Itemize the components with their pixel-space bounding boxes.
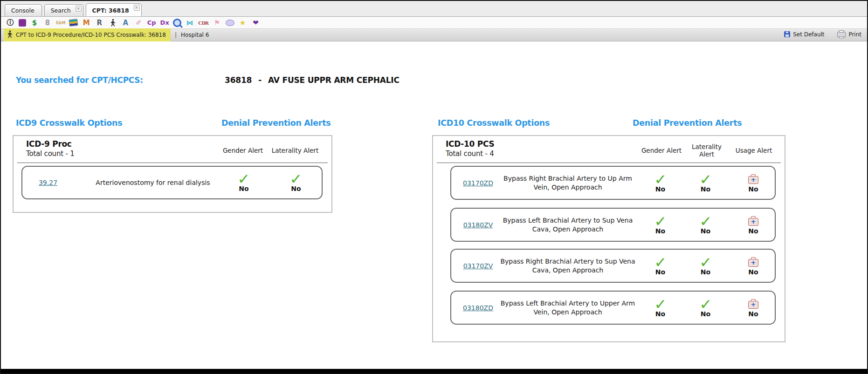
gender-alert-cell: ✓ No: [636, 250, 685, 282]
bottom-border-bar: [1, 369, 867, 373]
tab-console[interactable]: Console: [5, 4, 42, 16]
puzzle-icon[interactable]: [19, 19, 26, 27]
gender-alert-cell: ✓ No: [636, 209, 685, 241]
tab-label: CPT: 36818: [92, 7, 129, 14]
tab-label: Search: [51, 7, 71, 14]
icd10-code-link[interactable]: 03170ZV: [463, 262, 493, 270]
icd10-code-description: Bypass Right Brachial Artery to Up Arm V…: [500, 174, 635, 191]
usage-alert-value: No: [748, 310, 758, 318]
info-icon[interactable]: ⓘ: [6, 18, 15, 27]
icd9-code-description: Arteriovenostomy for renal dialysis: [96, 178, 210, 187]
cp-icon[interactable]: Cp: [147, 18, 156, 27]
cdr-icon[interactable]: CDR: [198, 18, 208, 27]
laterality-alert-cell: ✓ No: [681, 292, 730, 324]
icd10-panel-title: ICD-10 PCS: [446, 139, 494, 149]
close-icon[interactable]: ×: [134, 5, 140, 11]
header-divider: [17, 163, 328, 163]
a-icon[interactable]: A: [121, 18, 130, 27]
breadcrumb-title: CPT to ICD-9 Procedure/ICD-10 PCS Crossw…: [16, 32, 166, 38]
icd10-section-heading: ICD10 Crosswalk Options: [438, 118, 550, 128]
icd10-crosswalk-row: 03170ZV Bypass Right Brachial Artery to …: [450, 249, 776, 283]
searched-value: 36818-AV FUSE UPPR ARM CEPHALIC: [225, 75, 400, 85]
icd10-code-link[interactable]: 03180ZD: [463, 304, 493, 312]
eight-icon[interactable]: 8: [43, 18, 52, 27]
code-desc-separator: -: [258, 75, 262, 85]
check-icon: ✓: [699, 215, 712, 228]
check-icon: ✓: [237, 173, 250, 185]
icd10-alerts-heading: Denial Prevention Alerts: [633, 118, 742, 128]
icd10-code-description: Bypass Left Brachial Artery to Upper Arm…: [500, 299, 635, 316]
close-icon[interactable]: ×: [76, 6, 82, 12]
icd10-code-description: Bypass Right Brachial Artery to Sup Vena…: [500, 257, 635, 274]
speech-bubble-icon[interactable]: [226, 20, 234, 26]
laterality-alert-cell: ✓ No: [270, 167, 322, 198]
usage-alert-cell: No: [730, 209, 777, 241]
check-icon: ✓: [654, 173, 667, 186]
usage-alert-cell: No: [730, 292, 777, 324]
icd10-code-description: Bypass Left Brachial Artery to Sup Vena …: [500, 216, 635, 233]
gender-alert-cell: ✓ No: [636, 292, 685, 324]
medical-kit-icon: [748, 259, 758, 267]
usage-alert-cell: No: [730, 167, 777, 199]
print-button[interactable]: Print: [837, 31, 861, 38]
gender-alert-cell: ✓ No: [636, 167, 685, 199]
header-divider: [437, 163, 781, 163]
save-icon: [784, 31, 790, 37]
icd10-crosswalk-row: 03180ZV Bypass Left Brachial Artery to S…: [450, 208, 776, 242]
medical-kit-icon: [748, 301, 758, 309]
check-icon: ✓: [654, 256, 667, 269]
check-icon: ✓: [699, 298, 712, 311]
icd10-crosswalk-row: 03170ZD Bypass Right Brachial Artery to …: [450, 166, 776, 200]
laterality-alert-cell: ✓ No: [681, 167, 730, 199]
breadcrumb-separator: |: [175, 32, 177, 38]
icd10-code-link[interactable]: 03180ZV: [463, 221, 493, 229]
laterality-alert-column-header: Laterality Alert: [269, 142, 321, 160]
walking-person-icon: [6, 30, 13, 40]
search-summary: You searched for CPT/HCPCS: 36818-AV FUS…: [1, 75, 867, 87]
printer-icon: [837, 32, 846, 37]
app-window: Console Search × CPT: 36818 × ⓘ$8E&MMRA✐…: [0, 0, 868, 374]
dollar-icon[interactable]: $: [30, 18, 39, 27]
icd10-crosswalk-row: 03180ZD Bypass Left Brachial Artery to U…: [450, 291, 776, 325]
m-icon[interactable]: M: [82, 18, 91, 27]
flag-icon[interactable]: ⚑: [213, 18, 222, 27]
toolbar: ⓘ$8E&MMRA✐CpDx⋈CDR⚑★❤: [1, 17, 867, 29]
check-icon: ✓: [699, 256, 712, 269]
icd10-total-count: Total count - 4: [446, 150, 494, 158]
tab-cpt-36818[interactable]: CPT: 36818 ×: [86, 3, 142, 16]
tab-label: Console: [11, 7, 34, 14]
gender-alert-column-header: Gender Alert: [217, 142, 269, 160]
em-icon[interactable]: E&M: [56, 18, 65, 27]
laterality-alert-cell: ✓ No: [681, 250, 730, 282]
check-icon: ✓: [699, 173, 712, 186]
dx-icon[interactable]: Dx: [160, 18, 169, 27]
tab-search[interactable]: Search ×: [44, 4, 83, 16]
breadcrumb-bar: CPT to ICD-9 Procedure/ICD-10 PCS Crossw…: [1, 29, 867, 41]
icd10-code-link[interactable]: 03170ZD: [463, 179, 493, 187]
cpt-code: 36818: [225, 75, 252, 85]
r-icon[interactable]: R: [95, 18, 104, 27]
usage-alert-value: No: [748, 185, 758, 193]
check-icon: ✓: [654, 215, 667, 228]
laterality-alert-column-header: Laterality Alert: [686, 142, 728, 160]
gender-alert-column-header: Gender Alert: [637, 142, 686, 160]
cpt-description: AV FUSE UPPR ARM CEPHALIC: [268, 75, 400, 85]
icd9-panel: ICD-9 Proc Total count - 1 Gender Alert …: [13, 135, 332, 213]
searched-label: You searched for CPT/HCPCS:: [16, 75, 143, 85]
icd9-panel-title: ICD-9 Proc: [26, 139, 72, 149]
medical-kit-icon: [748, 218, 758, 226]
check-icon: ✓: [289, 173, 302, 185]
breadcrumb: CPT to ICD-9 Procedure/ICD-10 PCS Crossw…: [4, 28, 171, 41]
icd9-code-link[interactable]: 39.27: [39, 179, 57, 186]
walking-person-icon[interactable]: [108, 18, 117, 27]
heart-icon[interactable]: ❤: [251, 18, 261, 27]
magnifier-icon[interactable]: [173, 19, 181, 27]
usage-alert-value: No: [748, 227, 758, 235]
books-icon[interactable]: [69, 19, 78, 27]
star-icon[interactable]: ★: [238, 18, 248, 27]
check-icon: ✓: [654, 298, 667, 311]
icd9-crosswalk-row: 39.27 Arteriovenostomy for renal dialysi…: [21, 166, 323, 199]
pencil-icon[interactable]: ✐: [134, 18, 143, 27]
set-default-button[interactable]: Set Default: [784, 31, 824, 38]
bowtie-icon[interactable]: ⋈: [185, 18, 194, 27]
